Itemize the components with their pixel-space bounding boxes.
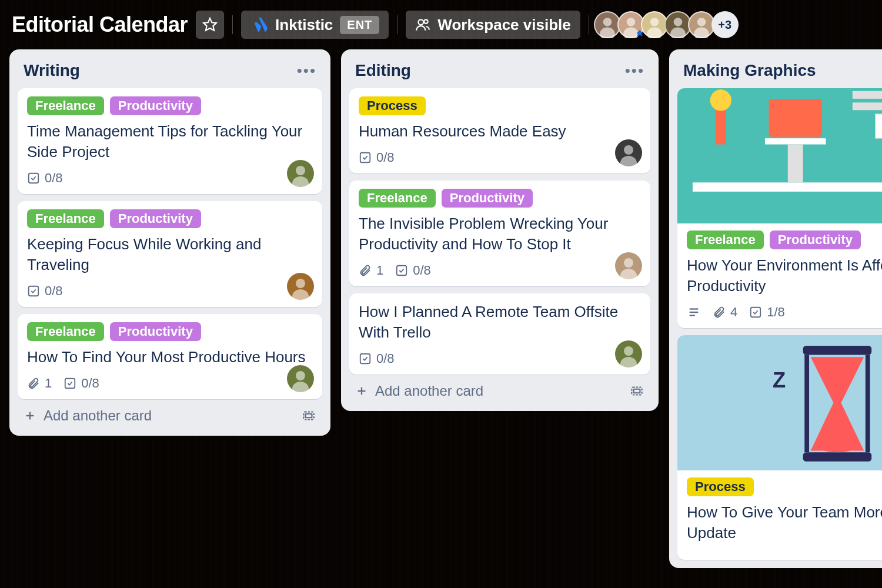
svg-marker-0 — [203, 18, 216, 31]
visibility-button[interactable]: Workspace visible — [406, 11, 580, 39]
attachment-badge: 4 — [713, 305, 737, 320]
member-avatar[interactable] — [688, 11, 715, 38]
svg-point-3 — [603, 18, 612, 26]
svg-point-17 — [296, 279, 305, 288]
card[interactable]: How I Planned A Remote Team Offsite With… — [349, 293, 650, 375]
svg-rect-16 — [29, 286, 39, 296]
card-member-avatar[interactable] — [287, 365, 314, 392]
card-labels: Process — [359, 96, 641, 115]
card-list: Process Human Resources Made Easy 0/8 Fr… — [349, 88, 650, 375]
svg-point-27 — [624, 145, 633, 155]
svg-point-11 — [697, 18, 706, 26]
card[interactable]: FreelanceProductivity Time Management Ti… — [18, 88, 322, 194]
member-avatar[interactable] — [641, 11, 668, 38]
attachment-badge: 1 — [27, 376, 52, 391]
label-productivity[interactable]: Productivity — [110, 209, 201, 228]
member-avatar[interactable] — [617, 11, 644, 38]
template-icon[interactable] — [301, 408, 316, 423]
visibility-label: Workspace visible — [437, 16, 570, 34]
card-labels: FreelanceProductivity — [687, 230, 882, 249]
card-badges: 0/8 — [27, 171, 313, 186]
svg-rect-38 — [634, 389, 640, 393]
svg-rect-42 — [765, 138, 826, 144]
workspace-button[interactable]: Inktistic ENT — [241, 11, 389, 39]
svg-point-18 — [292, 289, 309, 300]
divider — [232, 15, 233, 34]
label-productivity[interactable]: Productivity — [770, 230, 861, 249]
card-title: Human Resources Made Easy — [359, 121, 641, 142]
member-avatar[interactable] — [594, 11, 621, 38]
add-card-button[interactable]: Add another card — [349, 375, 650, 403]
svg-point-5 — [626, 18, 635, 26]
label-freelance[interactable]: Freelance — [359, 189, 436, 208]
card-badges: 10/8 — [359, 263, 641, 278]
star-button[interactable] — [196, 11, 224, 39]
svg-rect-41 — [769, 99, 822, 137]
card[interactable]: FreelanceProductivity How Your Environme… — [677, 88, 882, 328]
label-process[interactable]: Process — [359, 96, 426, 115]
label-freelance[interactable]: Freelance — [27, 96, 104, 115]
card-member-avatar[interactable] — [615, 340, 642, 368]
list-menu-button[interactable]: ••• — [297, 62, 316, 80]
card-member-avatar[interactable] — [287, 160, 314, 187]
star-icon — [202, 17, 218, 32]
svg-rect-19 — [65, 379, 75, 389]
svg-point-66 — [816, 437, 859, 452]
svg-rect-47 — [876, 114, 882, 138]
svg-point-33 — [624, 346, 633, 356]
svg-rect-26 — [360, 153, 370, 163]
svg-point-9 — [673, 18, 682, 26]
checklist-badge: 0/8 — [64, 376, 99, 391]
checklist-badge: 0/8 — [359, 150, 395, 165]
list-header: Editing ••• — [349, 58, 650, 88]
member-avatar[interactable] — [664, 11, 691, 38]
add-card-button[interactable]: Add another card — [18, 399, 322, 427]
svg-point-2 — [424, 19, 428, 24]
card[interactable]: Z z Z z Process How To Give Your Team Mo… — [677, 335, 882, 560]
card-member-avatar[interactable] — [615, 139, 642, 166]
checklist-badge: 0/8 — [27, 283, 63, 299]
template-icon[interactable] — [629, 383, 644, 399]
avatar-overflow[interactable]: +3 — [711, 11, 739, 38]
card-member-avatar[interactable] — [287, 273, 314, 300]
card[interactable]: FreelanceProductivity Keeping Focus Whil… — [18, 201, 322, 307]
card-badges: 41/8 — [687, 305, 882, 320]
svg-rect-45 — [853, 102, 882, 110]
label-productivity[interactable]: Productivity — [442, 189, 533, 208]
label-productivity[interactable]: Productivity — [110, 322, 201, 341]
workspace-name: Inktistic — [275, 16, 333, 34]
label-freelance[interactable]: Freelance — [27, 209, 104, 228]
list-title[interactable]: Editing — [355, 61, 411, 80]
card-badges: 10/8 — [27, 376, 313, 391]
add-card-label: Add another card — [44, 407, 152, 424]
svg-point-31 — [620, 269, 637, 279]
list-title[interactable]: Writing — [24, 61, 80, 80]
svg-point-4 — [600, 28, 615, 38]
board-title[interactable]: Editorial Calendar — [12, 12, 188, 37]
svg-point-14 — [296, 166, 305, 175]
svg-rect-13 — [29, 173, 39, 183]
svg-point-20 — [296, 371, 305, 380]
card[interactable]: FreelanceProductivity The Invisible Prob… — [349, 181, 650, 286]
list-title[interactable]: Making Graphics — [683, 61, 816, 80]
member-avatars[interactable]: +3 — [597, 11, 739, 38]
label-freelance[interactable]: Freelance — [27, 322, 104, 341]
list-menu-button[interactable]: ••• — [625, 62, 644, 80]
card-labels: FreelanceProductivity — [27, 322, 313, 341]
list-header: Making Graphics ••• — [677, 58, 882, 88]
card-title: How To Give Your Team More Status Update — [687, 502, 882, 543]
label-productivity[interactable]: Productivity — [110, 96, 201, 115]
svg-rect-32 — [360, 354, 370, 364]
card-member-avatar[interactable] — [615, 252, 642, 279]
card-title: Time Management Tips for Tackling Your S… — [27, 121, 313, 162]
atlassian-icon — [250, 16, 268, 34]
card[interactable]: FreelanceProductivity How To Find Your M… — [18, 314, 322, 399]
label-process[interactable]: Process — [687, 477, 754, 496]
svg-point-30 — [624, 258, 633, 268]
svg-point-10 — [670, 28, 686, 38]
card-labels: FreelanceProductivity — [27, 209, 313, 228]
card[interactable]: Process Human Resources Made Easy 0/8 — [349, 88, 650, 173]
label-freelance[interactable]: Freelance — [687, 230, 764, 249]
checklist-badge: 0/8 — [395, 263, 431, 278]
svg-point-1 — [419, 19, 424, 25]
